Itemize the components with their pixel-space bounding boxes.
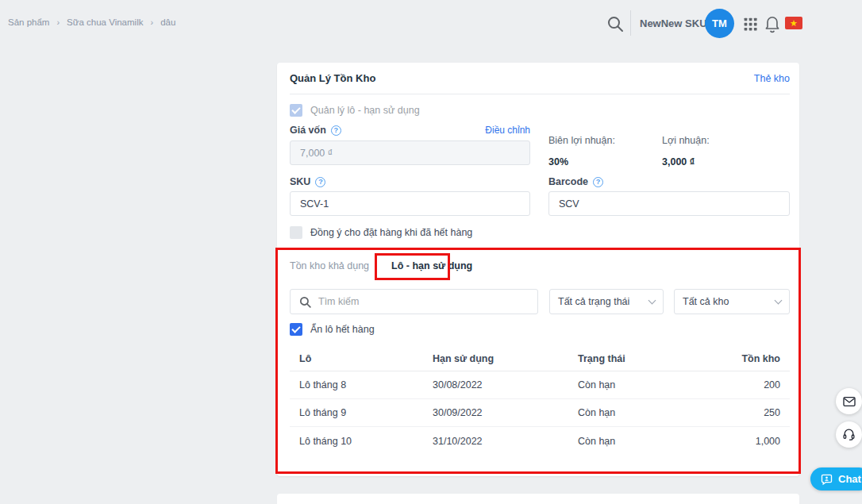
backorder-label: Đồng ý cho đặt hàng khi đã hết hàng [310,227,472,238]
tab-available-stock[interactable]: Tồn kho khả dụng [290,260,369,271]
hide-empty-checkbox[interactable] [290,323,302,336]
margin-profit-block: Biên lợi nhuận: 30% Lợi nhuận: 3,000 ₫ [548,135,710,167]
header-divider [630,10,631,36]
user-menu-label[interactable]: NewNew SKU [640,17,707,29]
backorder-checkbox-row: Đồng ý cho đặt hàng khi đã hết hàng [290,226,472,239]
profit-label: Lợi nhuận: [662,135,710,146]
lot-search-input[interactable]: Tìm kiếm [290,289,538,314]
cell-stock: 1,000 [719,436,780,447]
tab-lot-expiry[interactable]: Lô - hạn sử dụng [391,260,472,271]
breadcrumb-link-products[interactable]: Sản phẩm [8,17,49,27]
cell-lot: Lô tháng 8 [299,379,433,391]
barcode-input[interactable]: SCV [548,191,790,216]
stock-card-link[interactable]: Thẻ kho [754,73,790,84]
backorder-checkbox[interactable] [290,226,302,239]
warehouse-filter-select[interactable]: Tất cả kho [674,289,790,314]
barcode-help-icon[interactable]: ? [593,177,603,187]
col-stock: Tồn kho [719,353,780,364]
cost-label-row: Giá vốn ? Điều chỉnh [290,125,530,136]
breadcrumb: Sản phẩm › Sữa chua Vinamilk › dâu [8,17,175,27]
apps-grid-icon[interactable] [742,16,759,33]
headset-icon [842,428,856,441]
avatar[interactable]: TM [705,9,734,38]
breadcrumb-current: dâu [160,17,175,27]
cost-input: 7,000 ₫ [290,140,530,165]
lot-search-placeholder: Tìm kiếm [318,296,359,307]
inventory-management-card: Quản Lý Tồn Kho Thẻ kho Quản lý lô - hạn… [277,63,799,476]
cell-expiry: 31/10/2022 [433,436,578,447]
col-status: Trạng thái [578,353,719,364]
breadcrumb-link-product-group[interactable]: Sữa chua Vinamilk [67,17,143,27]
lot-manage-checkbox [290,104,302,117]
chevron-down-icon [775,296,783,304]
col-expiry: Hạn sử dụng [433,353,578,364]
language-flag-vietnam[interactable]: ★ [785,17,802,29]
lot-table-header: Lô Hạn sử dụng Trạng thái Tồn kho [290,347,790,371]
stock-tabs: Tồn kho khả dụng Lô - hạn sử dụng [290,260,472,271]
cell-lot: Lô tháng 9 [299,407,433,418]
cell-expiry: 30/09/2022 [433,407,578,418]
envelope-icon [843,396,856,407]
cost-adjust-link[interactable]: Điều chỉnh [485,125,530,136]
cell-expiry: 30/08/2022 [433,379,578,391]
lot-search-icon [298,295,312,309]
col-lot: Lô [299,353,433,364]
chat-icon [820,473,833,486]
hide-empty-checkbox-row: Ẩn lô hết hàng [290,323,375,336]
cell-stock: 200 [719,379,780,391]
card-header: Quản Lý Tồn Kho Thẻ kho [290,63,790,94]
chat-label: Chat [838,473,861,485]
hide-empty-label: Ẩn lô hết hàng [310,324,375,335]
chat-button[interactable]: Chat [810,467,862,491]
email-support-button[interactable] [836,388,862,414]
cost-label: Giá vốn ? [290,125,341,136]
next-card-stub [277,494,799,504]
card-title: Quản Lý Tồn Kho [290,72,375,84]
table-row: Lô tháng 8 30/08/2022 Còn hạn 200 [290,371,790,399]
support-call-button[interactable] [836,421,862,448]
sku-help-icon[interactable]: ? [315,177,325,187]
search-icon[interactable] [606,14,625,33]
sku-input[interactable]: SCV-1 [290,191,530,216]
cell-status: Còn hạn [578,407,719,418]
notifications-bell-icon[interactable] [764,14,781,33]
table-row: Lô tháng 9 30/09/2022 Còn hạn 250 [290,399,790,427]
table-row: Lô tháng 10 31/10/2022 Còn hạn 1,000 [290,427,790,455]
cell-stock: 250 [719,407,780,418]
cell-status: Còn hạn [578,436,719,447]
lot-manage-checkbox-row: Quản lý lô - hạn sử dụng [290,104,420,117]
cost-help-icon[interactable]: ? [331,125,341,136]
breadcrumb-separator: › [150,17,153,27]
margin-label: Biên lợi nhuận: [548,135,632,146]
barcode-label: Barcode ? [548,176,603,187]
chevron-down-icon [648,296,656,304]
profit-value: 3,000 ₫ [662,156,710,167]
margin-value: 30% [548,156,632,167]
lot-table: Lô Hạn sử dụng Trạng thái Tồn kho Lô thá… [290,347,790,455]
lot-manage-label: Quản lý lô - hạn sử dụng [310,105,420,116]
sku-label: SKU ? [290,176,325,187]
breadcrumb-separator: › [56,17,60,27]
cell-lot: Lô tháng 10 [299,436,433,447]
cell-status: Còn hạn [578,379,719,391]
status-filter-select[interactable]: Tất cả trạng thái [549,289,664,314]
